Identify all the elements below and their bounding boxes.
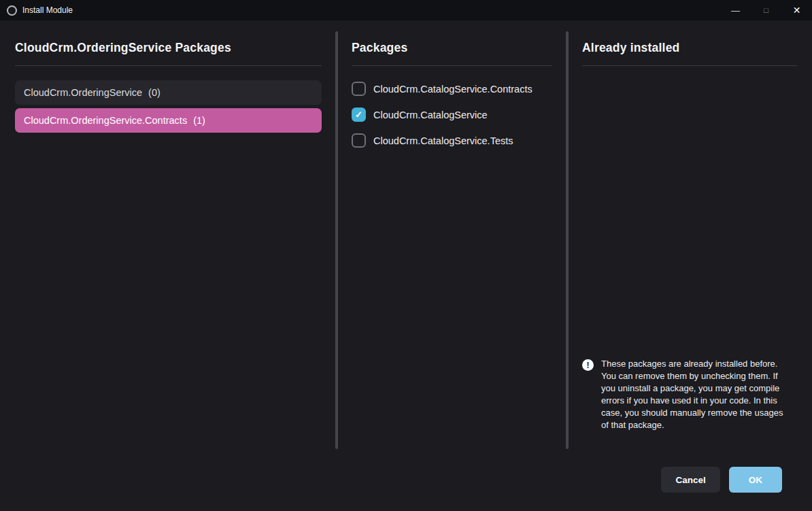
module-package-list: CloudCrm.OrderingService (0) CloudCrm.Or… [15, 80, 322, 136]
packages-header: Packages [352, 41, 552, 66]
column-divider [335, 31, 338, 449]
list-item-count: (1) [193, 115, 205, 126]
cancel-button[interactable]: Cancel [661, 467, 720, 493]
package-checkbox-row[interactable]: ✓ CloudCrm.CatalogService.Tests [352, 133, 552, 148]
check-icon: ✓ [355, 110, 362, 120]
close-button[interactable]: ✕ [781, 0, 812, 20]
checkbox[interactable]: ✓ [352, 133, 366, 148]
list-item-count: (0) [148, 87, 160, 98]
info-note-text: These packages are already installed bef… [601, 358, 786, 431]
main-area: CloudCrm.OrderingService Packages CloudC… [0, 20, 812, 493]
package-label: CloudCrm.CatalogService.Tests [373, 135, 513, 146]
module-packages-header: CloudCrm.OrderingService Packages [15, 41, 322, 66]
list-item[interactable]: CloudCrm.OrderingService.Contracts (1) [15, 108, 322, 133]
package-checkbox-row[interactable]: ✓ CloudCrm.CatalogService.Contracts [352, 82, 552, 96]
info-note: ! These packages are already installed b… [582, 358, 797, 431]
title-bar: Install Module — □ ✕ [0, 0, 812, 20]
package-checkbox-list: ✓ CloudCrm.CatalogService.Contracts ✓ Cl… [352, 82, 552, 159]
window-controls: — □ ✕ [720, 0, 812, 20]
checkbox[interactable]: ✓ [352, 108, 366, 122]
packages-panel: Packages ✓ CloudCrm.CatalogService.Contr… [352, 31, 552, 449]
column-divider [566, 31, 569, 449]
module-packages-panel: CloudCrm.OrderingService Packages CloudC… [15, 31, 322, 449]
info-icon: ! [582, 359, 594, 371]
package-label: CloudCrm.CatalogService.Contracts [373, 84, 532, 95]
window-title: Install Module [22, 5, 73, 15]
list-item-label: CloudCrm.OrderingService.Contracts [24, 115, 187, 126]
package-checkbox-row[interactable]: ✓ CloudCrm.CatalogService [352, 108, 552, 122]
app-logo-icon [7, 5, 17, 16]
already-installed-panel: Already installed ! These packages are a… [582, 31, 797, 449]
list-item-label: CloudCrm.OrderingService [24, 87, 142, 98]
minimize-button[interactable]: — [720, 0, 751, 20]
footer: Cancel OK [15, 449, 797, 493]
ok-button[interactable]: OK [729, 467, 782, 493]
columns: CloudCrm.OrderingService Packages CloudC… [15, 31, 797, 449]
checkbox[interactable]: ✓ [352, 82, 366, 96]
already-installed-header: Already installed [582, 41, 797, 66]
package-label: CloudCrm.CatalogService [373, 110, 488, 120]
maximize-button[interactable]: □ [751, 0, 781, 20]
list-item[interactable]: CloudCrm.OrderingService (0) [15, 80, 322, 105]
